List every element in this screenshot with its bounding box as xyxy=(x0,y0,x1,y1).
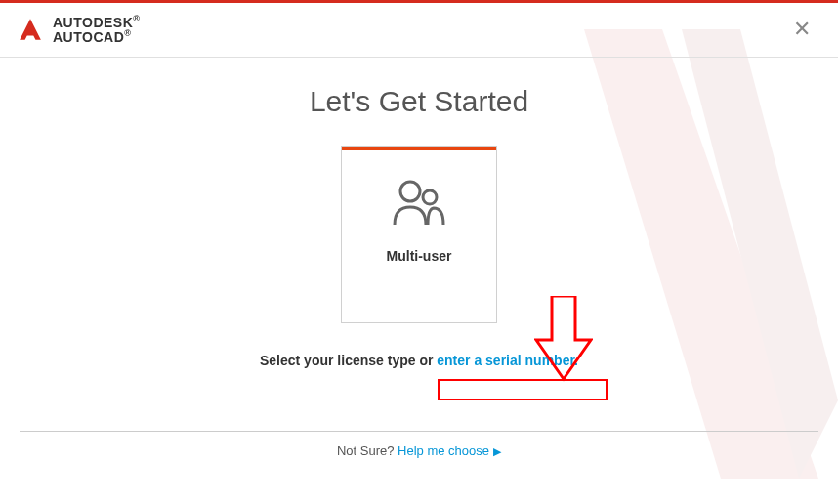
card-accent xyxy=(342,147,496,150)
multi-user-icon xyxy=(391,178,447,227)
enter-serial-link[interactable]: enter a serial number. xyxy=(437,353,578,368)
chevron-right-icon: ▶ xyxy=(493,445,501,457)
brand-text: AUTODESK® AUTOCAD® xyxy=(53,15,140,45)
svg-point-0 xyxy=(400,182,420,201)
license-prompt: Select your license type or enter a seri… xyxy=(0,353,838,368)
close-button[interactable]: ✕ xyxy=(789,15,815,44)
page-title: Let's Get Started xyxy=(0,85,838,118)
svg-point-1 xyxy=(423,190,437,204)
header: AUTODESK® AUTOCAD® ✕ xyxy=(0,3,838,57)
brand-line1: AUTODESK® xyxy=(53,15,140,29)
footer-prefix: Not Sure? xyxy=(337,443,398,458)
card-label: Multi-user xyxy=(342,248,496,264)
help-me-choose-link[interactable]: Help me choose xyxy=(398,443,489,458)
close-icon: ✕ xyxy=(793,17,811,41)
multi-user-card[interactable]: Multi-user xyxy=(341,146,497,323)
main-content: Let's Get Started Multi-user Select your… xyxy=(0,58,838,470)
brand: AUTODESK® AUTOCAD® xyxy=(18,15,140,45)
footer: Not Sure? Help me choose▶ xyxy=(0,432,838,470)
brand-line2: AUTOCAD® xyxy=(53,29,140,44)
autodesk-logo-icon xyxy=(18,17,43,42)
prompt-prefix: Select your license type or xyxy=(260,353,437,368)
